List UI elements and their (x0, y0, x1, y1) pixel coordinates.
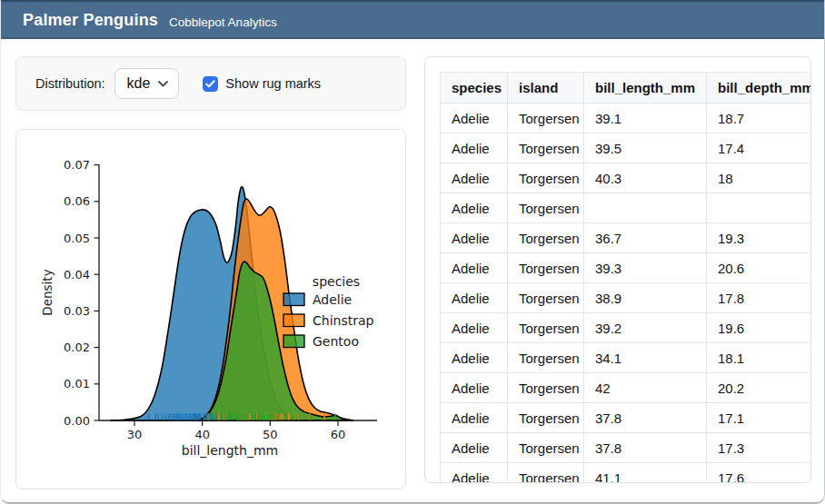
table-cell: Adelie (441, 193, 508, 223)
table-cell: Adelie (441, 313, 508, 343)
x-axis-label: bill_length_mm (182, 443, 278, 458)
y-tick-label: 0.05 (64, 232, 90, 245)
table-row: AdelieTorgersen37.817.1 (441, 403, 812, 433)
y-tick-label: 0.04 (64, 268, 90, 282)
table-row: AdelieTorgersen (441, 193, 812, 223)
table-cell (584, 193, 707, 223)
table-cell: 39.2 (584, 313, 707, 343)
chevron-down-icon (158, 81, 168, 87)
table-cell: Torgersen (508, 223, 584, 253)
y-tick-label: 0.03 (64, 304, 90, 318)
table-row: AdelieTorgersen40.318 (441, 163, 812, 193)
table-cell: 41.1 (584, 463, 707, 484)
table-header-cell: bill_depth_mm (707, 73, 812, 104)
distribution-label: Distribution: (35, 76, 105, 91)
table-row: AdelieTorgersen38.917.8 (441, 283, 812, 313)
rug-checkbox[interactable] (203, 76, 218, 92)
table-cell: 18.7 (707, 104, 812, 133)
table-cell: 37.8 (584, 433, 707, 463)
table-cell: 19.3 (707, 223, 812, 253)
controls-panel: Distribution: kde Show rug marks (15, 56, 406, 111)
y-axis-label: Density (40, 269, 55, 315)
table-cell: 17.4 (707, 133, 812, 163)
table-header-cell: species (441, 73, 508, 104)
table-cell: 17.6 (707, 463, 812, 484)
table-row: AdelieTorgersen36.719.3 (441, 223, 812, 253)
table-cell: Torgersen (508, 163, 584, 193)
table-header-cell: bill_length_mm (584, 73, 707, 104)
table-cell: 17.8 (707, 283, 812, 313)
x-tick-label: 60 (331, 428, 346, 441)
table-cell: Torgersen (508, 433, 584, 463)
table-row: AdelieTorgersen34.118.1 (441, 343, 812, 373)
table-cell: Adelie (441, 373, 508, 403)
table-cell: Torgersen (508, 283, 584, 313)
table-cell: Torgersen (508, 343, 584, 373)
distribution-select-value: kde (127, 75, 151, 92)
table-cell: Adelie (441, 403, 508, 433)
y-tick-label: 0.01 (64, 377, 90, 390)
legend-swatch-gentoo (283, 335, 304, 348)
table-row: AdelieTorgersen41.117.6 (441, 463, 812, 484)
table-cell: Adelie (441, 433, 508, 463)
kde-plot-card: 0.000.010.020.030.040.050.060.0730405060… (15, 129, 406, 489)
data-table-card[interactable]: speciesislandbill_length_mmbill_depth_mm… (424, 56, 811, 483)
x-tick-label: 40 (194, 428, 210, 441)
table-cell (707, 193, 812, 223)
table-cell: 20.6 (707, 253, 812, 283)
app-header: Palmer Penguins Cobblepot Analytics (1, 0, 824, 39)
table-cell: Adelie (441, 343, 508, 373)
table-cell: 37.8 (584, 403, 707, 433)
table-cell: Torgersen (508, 463, 584, 484)
table-cell: 18.1 (707, 343, 812, 373)
table-cell: 19.6 (707, 313, 812, 343)
table-row: AdelieTorgersen39.517.4 (441, 133, 812, 163)
table-cell: Adelie (441, 223, 508, 253)
y-tick-label: 0.06 (64, 194, 90, 208)
app-window: Palmer Penguins Cobblepot Analytics Dist… (0, 0, 825, 504)
legend-label-adelie: Adelie (313, 292, 352, 307)
page-subtitle: Cobblepot Analytics (169, 13, 277, 29)
table-cell: 40.3 (584, 163, 707, 193)
penguins-table: speciesislandbill_length_mmbill_depth_mm… (440, 72, 811, 483)
y-tick-label: 0.00 (64, 414, 90, 428)
table-cell: Adelie (441, 253, 508, 283)
table-cell: 20.2 (707, 373, 812, 403)
table-cell: Adelie (441, 163, 508, 193)
table-row: AdelieTorgersen39.118.7 (441, 104, 812, 133)
checkmark-icon (205, 80, 215, 88)
table-header-cell: island (508, 73, 584, 104)
legend-label-chinstrap: Chinstrap (313, 313, 374, 328)
table-body: AdelieTorgersen39.118.7AdelieTorgersen39… (441, 104, 812, 484)
table-cell: 34.1 (584, 343, 707, 373)
table-cell: 18 (707, 163, 812, 193)
table-cell: 36.7 (584, 223, 707, 253)
table-header: speciesislandbill_length_mmbill_depth_mm (441, 73, 812, 104)
table-cell: Adelie (441, 104, 508, 133)
table-cell: Adelie (441, 133, 508, 163)
table-row: AdelieTorgersen39.219.6 (441, 313, 812, 343)
rug-checkbox-group[interactable]: Show rug marks (203, 76, 321, 92)
table-row: AdelieTorgersen39.320.6 (441, 253, 812, 283)
y-tick-label: 0.02 (64, 341, 90, 354)
table-cell: 17.1 (707, 403, 812, 433)
table-cell: Torgersen (508, 373, 584, 403)
table-cell: Adelie (441, 283, 508, 313)
legend-label-gentoo: Gentoo (313, 334, 359, 349)
table-row: AdelieTorgersen37.817.3 (441, 433, 812, 463)
distribution-select[interactable]: kde (114, 68, 180, 99)
table-cell: 39.3 (584, 253, 707, 283)
table-cell: Torgersen (508, 403, 584, 433)
page-title: Palmer Penguins (23, 11, 158, 30)
table-cell: Torgersen (508, 104, 584, 133)
kde-density-chart: 0.000.010.020.030.040.050.060.0730405060… (16, 130, 405, 489)
table-cell: Torgersen (508, 133, 584, 163)
legend-swatch-chinstrap (283, 314, 304, 327)
table-cell: 39.5 (584, 133, 707, 163)
rug-checkbox-label: Show rug marks (225, 76, 321, 91)
legend-swatch-adelie (283, 293, 304, 306)
table-row: AdelieTorgersen4220.2 (441, 373, 812, 403)
x-tick-label: 50 (263, 428, 278, 441)
table-cell: 42 (584, 373, 707, 403)
x-tick-label: 30 (127, 428, 143, 441)
